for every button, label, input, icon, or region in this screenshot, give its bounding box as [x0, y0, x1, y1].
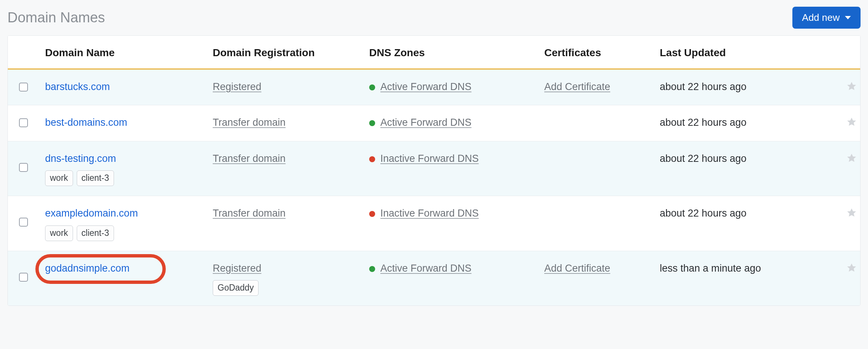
- cell-registration: RegisteredGoDaddy: [209, 251, 365, 305]
- row-checkbox[interactable]: [19, 83, 28, 92]
- cell-dns: Active Forward DNS: [365, 251, 541, 305]
- table-header-row: Domain Name Domain Registration DNS Zone…: [8, 36, 861, 69]
- cell-last-updated: about 22 hours ago: [656, 196, 831, 251]
- cell-domain-name: godadnsimple.com: [41, 251, 209, 305]
- registration-link[interactable]: Transfer domain: [213, 153, 286, 164]
- cell-dns: Inactive Forward DNS: [365, 196, 541, 251]
- star-icon[interactable]: [846, 153, 857, 167]
- cell-registration: Registered: [209, 69, 365, 105]
- cell-last-updated: about 22 hours ago: [656, 105, 831, 141]
- add-certificate-link[interactable]: Add Certificate: [544, 81, 610, 92]
- cell-certificate: [541, 141, 656, 196]
- star-icon[interactable]: [846, 81, 857, 95]
- row-checkbox[interactable]: [19, 218, 28, 227]
- dns-status-dot: [369, 84, 375, 90]
- dns-status-dot: [369, 266, 375, 272]
- dns-link[interactable]: Inactive Forward DNS: [380, 153, 479, 164]
- add-new-button[interactable]: Add new: [792, 7, 861, 29]
- dns-link[interactable]: Active Forward DNS: [380, 117, 472, 128]
- dns-status-dot: [369, 156, 375, 162]
- col-certificates[interactable]: Certificates: [541, 36, 656, 69]
- domain-link[interactable]: dns-testing.com: [45, 153, 116, 164]
- star-icon[interactable]: [846, 207, 857, 222]
- col-domain-name[interactable]: Domain Name: [41, 36, 209, 69]
- star-icon[interactable]: [846, 116, 857, 131]
- row-checkbox[interactable]: [19, 163, 28, 172]
- cell-dns: Inactive Forward DNS: [365, 141, 541, 196]
- domain-tag[interactable]: client-3: [77, 225, 114, 241]
- cell-registration: Transfer domain: [209, 141, 365, 196]
- table-row: best-domains.comTransfer domainActive Fo…: [8, 105, 861, 141]
- cell-certificate: [541, 196, 656, 251]
- cell-domain-name: dns-testing.comworkclient-3: [41, 141, 209, 196]
- domain-tag[interactable]: work: [45, 225, 73, 241]
- col-registration[interactable]: Domain Registration: [209, 36, 365, 69]
- domain-table: Domain Name Domain Registration DNS Zone…: [8, 36, 861, 305]
- cell-last-updated: about 22 hours ago: [656, 69, 831, 105]
- registration-link[interactable]: Transfer domain: [213, 117, 286, 128]
- domain-table-panel: Domain Name Domain Registration DNS Zone…: [7, 35, 861, 306]
- row-checkbox[interactable]: [19, 273, 28, 282]
- row-checkbox[interactable]: [19, 118, 28, 127]
- table-row: exampledomain.comworkclient-3Transfer do…: [8, 196, 861, 251]
- col-dns[interactable]: DNS Zones: [365, 36, 541, 69]
- table-row: dns-testing.comworkclient-3Transfer doma…: [8, 141, 861, 196]
- cell-certificate: Add Certificate: [541, 69, 656, 105]
- page-title: Domain Names: [7, 10, 105, 26]
- dns-status-dot: [369, 120, 375, 126]
- cell-dns: Active Forward DNS: [365, 105, 541, 141]
- registration-link[interactable]: Registered: [213, 81, 262, 92]
- star-icon[interactable]: [846, 262, 857, 277]
- registration-link[interactable]: Registered: [213, 263, 262, 274]
- domain-tag[interactable]: work: [45, 170, 73, 186]
- cell-dns: Active Forward DNS: [365, 69, 541, 105]
- add-certificate-link[interactable]: Add Certificate: [544, 263, 610, 274]
- domain-link[interactable]: godadnsimple.com: [45, 263, 130, 274]
- cell-last-updated: about 22 hours ago: [656, 141, 831, 196]
- col-checkbox: [8, 36, 41, 69]
- cell-domain-name: best-domains.com: [41, 105, 209, 141]
- cell-certificate: Add Certificate: [541, 251, 656, 305]
- table-row: godadnsimple.comRegisteredGoDaddyActive …: [8, 251, 861, 305]
- domain-link[interactable]: barstucks.com: [45, 81, 110, 92]
- domain-tag[interactable]: client-3: [77, 170, 114, 186]
- dns-link[interactable]: Inactive Forward DNS: [380, 208, 479, 219]
- cell-registration: Transfer domain: [209, 105, 365, 141]
- cell-domain-name: exampledomain.comworkclient-3: [41, 196, 209, 251]
- cell-certificate: [541, 105, 656, 141]
- add-new-label: Add new: [802, 12, 840, 23]
- domain-link[interactable]: exampledomain.com: [45, 208, 138, 219]
- dns-link[interactable]: Active Forward DNS: [380, 81, 472, 92]
- dns-link[interactable]: Active Forward DNS: [380, 263, 472, 274]
- col-star: [831, 36, 861, 69]
- cell-domain-name: barstucks.com: [41, 69, 209, 105]
- dns-status-dot: [369, 211, 375, 217]
- registrar-tag[interactable]: GoDaddy: [213, 280, 259, 296]
- domain-link[interactable]: best-domains.com: [45, 117, 127, 128]
- cell-last-updated: less than a minute ago: [656, 251, 831, 305]
- col-last-updated[interactable]: Last Updated: [656, 36, 831, 69]
- cell-registration: Transfer domain: [209, 196, 365, 251]
- table-row: barstucks.comRegisteredActive Forward DN…: [8, 69, 861, 105]
- registration-link[interactable]: Transfer domain: [213, 208, 286, 219]
- chevron-down-icon: [845, 16, 851, 19]
